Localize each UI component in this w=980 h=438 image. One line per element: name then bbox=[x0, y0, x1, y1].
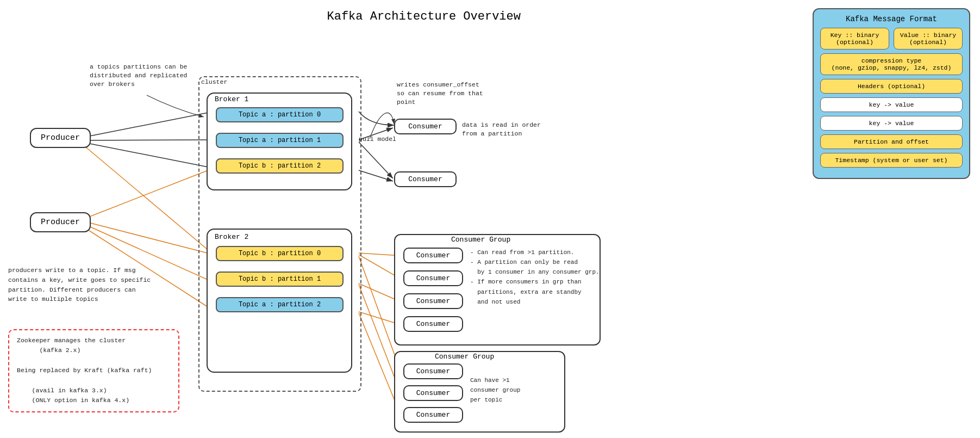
cluster-label: cluster bbox=[201, 78, 227, 87]
msg-kv1-cell: key -> value bbox=[820, 97, 963, 112]
producer1-box: Producer bbox=[30, 128, 91, 148]
msg-format-row-2: compression type(none, gziop, snappy, lz… bbox=[820, 53, 963, 75]
topic-b-partition-2: Topic b : partition 2 bbox=[216, 158, 344, 174]
main-title: Kafka Architecture Overview bbox=[327, 10, 521, 23]
consumer2-label: Consumer bbox=[408, 175, 442, 183]
broker2-label: Broker 2 bbox=[215, 233, 248, 241]
svg-line-9 bbox=[84, 168, 214, 219]
producer1-label: Producer bbox=[41, 133, 80, 143]
topic-b-partition-0: Topic b : partition 0 bbox=[216, 246, 344, 261]
svg-line-13 bbox=[359, 170, 393, 181]
consumer1-label: Consumer bbox=[408, 122, 442, 131]
broker1-label: Broker 1 bbox=[215, 95, 248, 103]
topic-a-partition-1: Topic a : partition 1 bbox=[216, 133, 344, 148]
svg-line-5 bbox=[84, 143, 214, 168]
msg-compression-cell: compression type(none, gziop, snappy, lz… bbox=[820, 53, 963, 75]
consumer2-box: Consumer bbox=[394, 171, 457, 187]
annotation-writes-offset: writes consumer_offsetso can resume from… bbox=[397, 81, 483, 107]
cg1-note: - Can read from >1 partition. - A partit… bbox=[470, 248, 600, 307]
cg1-consumer4: Consumer bbox=[403, 316, 463, 332]
msg-format-row-6: Partition and offset bbox=[820, 134, 963, 149]
msg-key-cell: Key :: binary(optional) bbox=[820, 28, 889, 50]
msg-format-row-5: key -> value bbox=[820, 116, 963, 131]
cg2-consumer1: Consumer bbox=[403, 363, 463, 379]
cg1-consumer3: Consumer bbox=[403, 293, 463, 309]
consumer-group1-label: Consumer Group bbox=[451, 236, 510, 244]
topic-a-partition-0: Topic a : partition 0 bbox=[216, 107, 344, 122]
producer2-box: Producer bbox=[30, 212, 91, 232]
msg-value-cell: Value :: binary(optional) bbox=[894, 28, 963, 50]
svg-line-4 bbox=[84, 140, 214, 140]
svg-line-3 bbox=[84, 112, 214, 137]
zookeeper-text: Zookeeper manages the cluster (kafka 2.x… bbox=[17, 337, 152, 404]
producer2-label: Producer bbox=[41, 218, 80, 227]
svg-line-6 bbox=[84, 221, 214, 255]
msg-format-row-7: Timestamp (system or user set) bbox=[820, 153, 963, 168]
zookeeper-box: Zookeeper manages the cluster (kafka 2.x… bbox=[8, 329, 179, 412]
msg-format-row-3: Headers (optional) bbox=[820, 79, 963, 94]
svg-line-10 bbox=[84, 146, 214, 255]
annotation-producers-write: producers write to a topic. If msg conta… bbox=[8, 266, 151, 304]
annotation-data-read-order: data is read in orderfrom a partition bbox=[462, 121, 541, 138]
msg-headers-cell: Headers (optional) bbox=[820, 79, 963, 94]
msg-timestamp-cell: Timestamp (system or user set) bbox=[820, 153, 963, 168]
msg-format-row-4: key -> value bbox=[820, 97, 963, 112]
cg2-note: Can have >1 consumer group per topic bbox=[470, 375, 520, 405]
consumer-group2-label: Consumer Group bbox=[435, 353, 494, 361]
topic-b-partition-1: Topic b : partition 1 bbox=[216, 272, 344, 287]
consumer1-box: Consumer bbox=[394, 119, 457, 134]
msg-format-title: Kafka Message Format bbox=[820, 15, 963, 23]
cg2-consumer2: Consumer bbox=[403, 385, 463, 401]
cg2-consumer3: Consumer bbox=[403, 407, 463, 423]
annotation-topics-partitions: a topics partitions can bedistributed an… bbox=[90, 63, 187, 89]
msg-kv2-cell: key -> value bbox=[820, 116, 963, 131]
annotation-pull-model: pull model bbox=[359, 135, 396, 144]
cg1-consumer2: Consumer bbox=[403, 270, 463, 286]
cg1-consumer1: Consumer bbox=[403, 248, 463, 263]
msg-partition-cell: Partition and offset bbox=[820, 134, 963, 149]
topic-a-partition-2: Topic a : partition 2 bbox=[216, 297, 344, 312]
msg-format-panel: Kafka Message Format Key :: binary(optio… bbox=[813, 8, 970, 179]
svg-line-12 bbox=[359, 142, 393, 178]
msg-format-row-1: Key :: binary(optional) Value :: binary(… bbox=[820, 28, 963, 50]
